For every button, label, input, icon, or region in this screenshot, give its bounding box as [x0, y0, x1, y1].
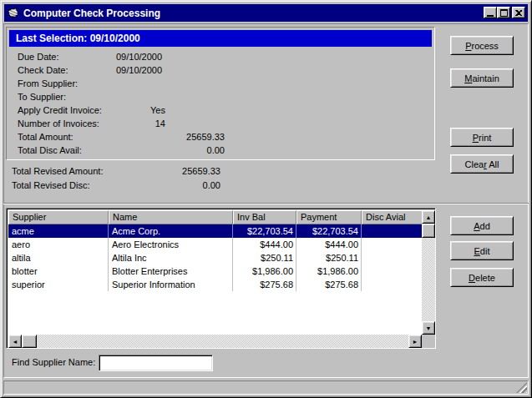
- field-apply-credit-invoice: Apply Credit Invoice: Yes: [7, 103, 434, 117]
- cell-name: Blotter Enterprises: [109, 264, 233, 278]
- minimize-button[interactable]: [484, 7, 497, 18]
- field-value: Yes: [116, 103, 165, 117]
- table-row[interactable]: altila Altila Inc $250.11 $250.11: [8, 251, 422, 264]
- field-value: 09/10/2000: [116, 63, 233, 77]
- close-button[interactable]: [512, 7, 525, 18]
- add-button[interactable]: Add: [450, 216, 514, 235]
- vertical-scrollbar[interactable]: ▲ ▼: [422, 210, 435, 335]
- cell-disc-avial: [362, 251, 422, 264]
- scroll-down-icon[interactable]: ▼: [422, 321, 435, 335]
- cell-inv-bal: $444.00: [233, 238, 296, 251]
- column-header-payment[interactable]: Payment: [296, 210, 362, 224]
- table-row[interactable]: aero Aero Electronics $444.00 $444.00: [8, 238, 422, 251]
- field-label: Total Revised Disc:: [12, 179, 90, 193]
- horizontal-scrollbar[interactable]: ◄ ►: [8, 335, 422, 348]
- field-total-revised-amount: Total Revised Amount: 25659.33: [1, 164, 435, 179]
- vertical-scroll-thumb[interactable]: [422, 224, 435, 238]
- field-value: 0.00: [112, 179, 220, 193]
- field-to-supplier: To Supplier:: [7, 90, 434, 103]
- cell-payment: $250.11: [296, 251, 362, 264]
- field-label: Total Revised Amount:: [12, 164, 103, 179]
- clear-all-button[interactable]: Clear All: [450, 154, 514, 174]
- last-selection-header: Last Selection: 09/10/2000: [9, 30, 432, 47]
- cell-payment: $1,986.00: [296, 264, 362, 278]
- maintain-button[interactable]: Maintain: [450, 68, 514, 88]
- field-label: From Supplier:: [18, 77, 78, 90]
- column-header-supplier[interactable]: Supplier: [8, 210, 109, 224]
- cell-supplier: aero: [8, 238, 109, 251]
- find-supplier-label: Find Supplier Name:: [12, 357, 95, 367]
- close-icon: [515, 10, 522, 16]
- cell-supplier: blotter: [8, 264, 109, 278]
- cell-inv-bal: $22,703.54: [233, 224, 296, 238]
- column-header-name[interactable]: Name: [109, 210, 233, 224]
- cell-payment: $22,703.54: [296, 224, 362, 238]
- field-value: 25659.33: [116, 130, 225, 144]
- field-value: 14: [116, 117, 165, 130]
- field-label: Check Date:: [18, 63, 68, 77]
- scroll-up-icon[interactable]: ▲: [422, 210, 435, 224]
- field-total-revised-disc: Total Revised Disc: 0.00: [1, 179, 435, 193]
- field-label: Apply Credit Invoice:: [18, 103, 102, 117]
- cell-disc-avial: [362, 278, 422, 291]
- cell-disc-avial: [362, 224, 422, 238]
- app-window: Computer Check Processing Last Selection…: [0, 0, 532, 398]
- cell-payment: $275.68: [296, 278, 362, 291]
- scroll-right-icon[interactable]: ►: [408, 335, 422, 348]
- status-bar: [3, 380, 529, 395]
- cell-name: Acme Corp.: [109, 224, 233, 238]
- cell-inv-bal: $250.11: [233, 251, 296, 264]
- window-title: Computer Check Processing: [23, 8, 160, 19]
- print-button[interactable]: Print: [450, 128, 514, 147]
- titlebar[interactable]: Computer Check Processing: [4, 4, 528, 22]
- field-value: 09/10/2000: [116, 50, 233, 63]
- cell-disc-avial: [362, 264, 422, 278]
- table-row[interactable]: blotter Blotter Enterprises $1,986.00 $1…: [8, 264, 422, 278]
- delete-button[interactable]: Delete: [450, 268, 514, 287]
- field-label: To Supplier:: [18, 90, 66, 103]
- field-label: Number of Invoices:: [18, 117, 99, 130]
- field-label: Due Date:: [18, 50, 59, 63]
- horizontal-scroll-thumb[interactable]: [22, 335, 37, 348]
- field-total-disc-avail: Total Disc Avail: 0.00: [7, 144, 434, 157]
- minimize-icon: [487, 15, 494, 17]
- maximize-icon: [500, 9, 508, 17]
- cell-supplier: acme: [8, 224, 109, 238]
- resize-grip-icon[interactable]: [516, 382, 527, 393]
- cell-name: Superior Information: [109, 278, 233, 291]
- cell-supplier: altila: [8, 251, 109, 264]
- cell-inv-bal: $275.68: [233, 278, 296, 291]
- cell-name: Aero Electronics: [109, 238, 233, 251]
- app-icon: [7, 7, 20, 20]
- field-label: Total Disc Avail:: [18, 144, 82, 157]
- cell-disc-avial: [362, 238, 422, 251]
- maximize-button[interactable]: [497, 7, 510, 18]
- process-button[interactable]: Process: [450, 36, 514, 55]
- cell-supplier: superior: [8, 278, 109, 291]
- field-from-supplier: From Supplier:: [7, 77, 434, 90]
- field-number-of-invoices: Number of Invoices: 14: [7, 117, 434, 130]
- cell-name: Altila Inc: [109, 251, 233, 264]
- column-header-disc-avial[interactable]: Disc Avial: [362, 210, 422, 224]
- cell-payment: $444.00: [296, 238, 362, 251]
- last-selection-panel: Last Selection: 09/10/2000 Due Date: 09/…: [6, 27, 435, 160]
- scroll-left-icon[interactable]: ◄: [8, 335, 22, 348]
- horizontal-divider: [3, 203, 529, 204]
- table-header-row: Supplier Name Inv Bal Payment Disc Avial: [8, 210, 422, 224]
- field-value: 25659.33: [112, 164, 220, 179]
- field-value: 0.00: [116, 144, 225, 157]
- scrollbar-corner: [422, 335, 435, 348]
- cell-inv-bal: $1,986.00: [233, 264, 296, 278]
- field-label: Total Amount:: [18, 130, 73, 144]
- table-row[interactable]: superior Superior Information $275.68 $2…: [8, 278, 422, 291]
- field-due-date: Due Date: 09/10/2000: [7, 50, 434, 63]
- field-check-date: Check Date: 09/10/2000: [7, 63, 434, 77]
- field-total-amount: Total Amount: 25659.33: [7, 130, 434, 144]
- table-row[interactable]: acme Acme Corp. $22,703.54 $22,703.54: [8, 224, 422, 238]
- column-header-inv-bal[interactable]: Inv Bal: [233, 210, 296, 224]
- edit-button[interactable]: Edit: [450, 241, 514, 260]
- supplier-table: Supplier Name Inv Bal Payment Disc Avial…: [6, 208, 436, 349]
- find-supplier-input[interactable]: [99, 355, 213, 371]
